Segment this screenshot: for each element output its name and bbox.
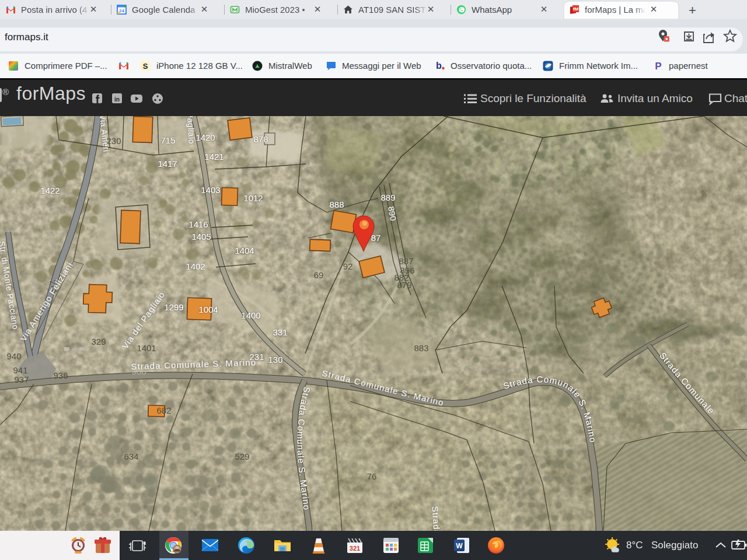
svg-text:1299: 1299 bbox=[164, 302, 183, 312]
svg-text:1004: 1004 bbox=[198, 304, 218, 314]
svg-text:1420: 1420 bbox=[196, 132, 215, 142]
svg-text:87: 87 bbox=[371, 233, 381, 243]
svg-text:883: 883 bbox=[414, 343, 428, 353]
svg-text:321: 321 bbox=[350, 545, 360, 552]
svg-text:634: 634 bbox=[124, 452, 138, 461]
svg-text:b: b bbox=[436, 61, 442, 71]
svg-text:fM: fM bbox=[573, 6, 579, 12]
svg-text:936: 936 bbox=[53, 370, 68, 380]
svg-text:1012: 1012 bbox=[243, 193, 263, 203]
svg-text:1400: 1400 bbox=[241, 310, 260, 320]
svg-text:941: 941 bbox=[13, 365, 27, 375]
svg-text:889: 889 bbox=[381, 192, 395, 202]
svg-text:24: 24 bbox=[119, 8, 124, 13]
svg-text:329: 329 bbox=[91, 337, 106, 346]
svg-text:715: 715 bbox=[160, 135, 175, 145]
svg-text:1417: 1417 bbox=[158, 159, 177, 169]
svg-text:S: S bbox=[143, 62, 148, 71]
svg-text:888: 888 bbox=[329, 200, 344, 209]
svg-text:69: 69 bbox=[314, 270, 324, 280]
svg-text:1416: 1416 bbox=[189, 219, 208, 229]
svg-text:879: 879 bbox=[397, 280, 411, 290]
svg-text:Pagliaio: Pagliaio bbox=[186, 116, 197, 144]
svg-text:887: 887 bbox=[399, 256, 413, 266]
svg-text:1421: 1421 bbox=[204, 152, 224, 162]
svg-text:682: 682 bbox=[156, 405, 171, 415]
svg-text:331: 331 bbox=[273, 327, 287, 337]
svg-text:937: 937 bbox=[14, 374, 29, 384]
svg-text:W: W bbox=[456, 542, 463, 550]
svg-text:76: 76 bbox=[367, 471, 377, 481]
svg-text:940: 940 bbox=[6, 351, 21, 361]
svg-text:1405: 1405 bbox=[191, 232, 211, 242]
svg-text:1402: 1402 bbox=[186, 261, 205, 271]
svg-text:1401: 1401 bbox=[137, 343, 156, 353]
svg-text:P: P bbox=[655, 61, 661, 71]
svg-text:in: in bbox=[114, 96, 120, 103]
svg-text:Strada: Strada bbox=[430, 506, 442, 531]
svg-text:130: 130 bbox=[268, 355, 282, 365]
svg-text:92: 92 bbox=[343, 261, 353, 271]
svg-text:1404: 1404 bbox=[235, 246, 254, 256]
svg-text:1422: 1422 bbox=[40, 186, 60, 195]
svg-text:1403: 1403 bbox=[201, 185, 220, 195]
svg-text:529: 529 bbox=[235, 452, 249, 461]
svg-text:878: 878 bbox=[253, 134, 268, 144]
